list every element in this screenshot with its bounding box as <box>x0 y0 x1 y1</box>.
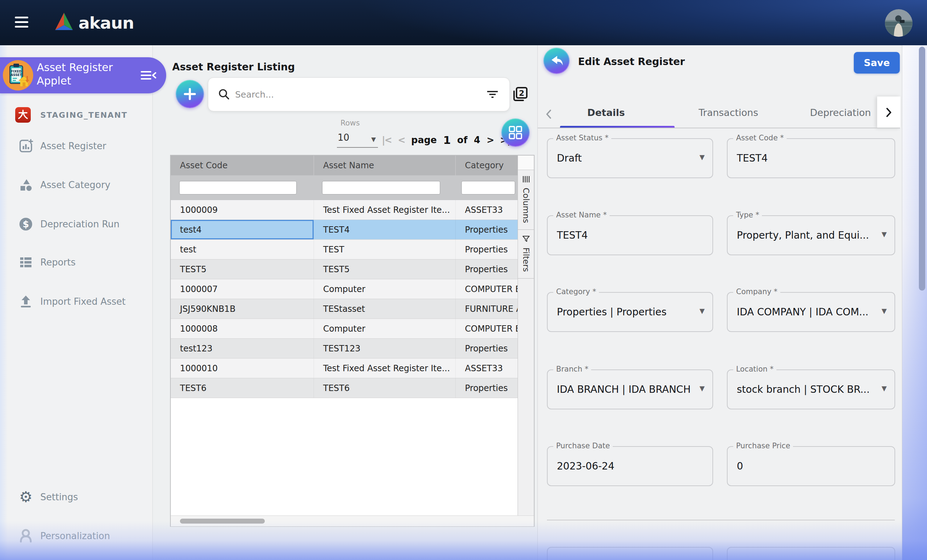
applet-header[interactable]: FIXED ASSET Asset Register Applet <box>0 57 166 93</box>
back-button[interactable] <box>543 48 570 74</box>
filters-tab-label: Filters <box>521 247 531 272</box>
chevron-down-icon: ▼ <box>371 136 376 143</box>
sidebar-item-asset-category[interactable]: Asset Category <box>0 174 152 196</box>
filter-input-category[interactable] <box>461 181 515 194</box>
table-row[interactable]: testTESTProperties <box>171 240 518 260</box>
sidebar-item-depreciation-run[interactable]: $ Depreciation Run <box>0 213 152 235</box>
search-input[interactable] <box>234 89 476 100</box>
tabbar-divider <box>538 127 900 128</box>
next-page-button[interactable]: > <box>486 135 494 145</box>
tab-depreciation[interactable]: Depreciation <box>810 107 879 118</box>
sidebar-item-personalization[interactable]: Personalization <box>0 525 152 547</box>
chevron-down-icon: ▼ <box>699 384 705 392</box>
sidebar-item-label: Asset Register <box>40 141 106 151</box>
sidebar-item-reports[interactable]: Reports <box>0 251 152 274</box>
brand-triangle-icon <box>53 12 75 33</box>
field-segment[interactable]: Segment ▼ <box>547 547 713 560</box>
column-header[interactable]: Asset Name <box>314 156 456 175</box>
tabs-scroll-left-icon[interactable] <box>546 109 552 121</box>
tabs-scroll-right-button[interactable] <box>877 97 901 128</box>
tab-transactions[interactable]: Transactions <box>699 107 758 118</box>
field-asset-status[interactable]: Asset Status * Draft ▼ <box>547 138 713 178</box>
current-page-number: 1 <box>443 134 451 146</box>
edit-asset-register-panel: Edit Asset Register Save Details Transac… <box>537 45 927 560</box>
table-row[interactable]: 1000010Test Fixed Asset Register Ite...A… <box>171 358 518 378</box>
horizontal-scrollbar-thumb[interactable] <box>180 519 265 524</box>
rows-per-page-select[interactable]: 10 ▼ <box>337 132 378 148</box>
field-type[interactable]: Type * Property, Plant, and Equi... ▼ <box>727 215 895 255</box>
table-row[interactable]: test123TEST123Properties <box>171 339 518 358</box>
table-row[interactable]: 1000009Test Fixed Asset Register Ite...A… <box>171 200 518 220</box>
grid-view-button[interactable] <box>501 118 530 147</box>
rows-per-page-label: Rows <box>340 119 360 127</box>
filters-tab[interactable]: Filters <box>518 230 534 279</box>
columns-tab[interactable]: Columns <box>518 170 534 230</box>
horizontal-scrollbar <box>171 516 534 527</box>
side-strip-spacer <box>518 156 534 170</box>
list-icon <box>18 254 34 270</box>
gear-icon: ⚙ <box>18 489 34 505</box>
filter-icon[interactable] <box>486 90 499 99</box>
field-company[interactable]: Company * IDA COMPANY | IDA COM... ▼ <box>727 292 895 332</box>
chevron-down-icon: ▼ <box>881 307 887 315</box>
tenant-logo-icon <box>15 107 31 123</box>
panel-title: Edit Asset Register <box>578 56 685 68</box>
hamburger-menu-icon[interactable] <box>15 17 28 29</box>
column-header[interactable]: Category <box>456 156 518 175</box>
field-dimension[interactable]: Dimension ▼ <box>727 547 895 560</box>
field-branch[interactable]: Branch * IDA BRANCH | IDA BRANCH ▼ <box>547 369 713 410</box>
person-icon <box>18 528 34 544</box>
field-purchase-price[interactable]: Purchase Price 0 <box>727 446 895 486</box>
sidebar-item-asset-register[interactable]: Asset Register <box>0 135 152 157</box>
svg-text:$: $ <box>23 219 29 229</box>
shapes-icon <box>18 177 34 193</box>
table-body: 1000009Test Fixed Asset Register Ite...A… <box>171 200 518 398</box>
tab-details[interactable]: Details <box>587 107 625 118</box>
listing-title: Asset Register Listing <box>172 61 295 73</box>
table-row[interactable]: TEST6TEST6Properties <box>171 378 518 398</box>
filter-input-asset-code[interactable] <box>179 181 296 194</box>
first-page-button[interactable]: |< <box>382 135 391 145</box>
table-row[interactable]: JSJ590KNB1BTEStassetFURNITURE A <box>171 299 518 319</box>
upload-icon <box>18 293 34 310</box>
sidebar-item-tenant[interactable]: STAGING_TENANT <box>0 103 152 126</box>
svg-text:2: 2 <box>519 89 524 97</box>
filter-input-asset-name[interactable] <box>322 181 440 194</box>
chevron-down-icon: ▼ <box>881 230 887 238</box>
save-button[interactable]: Save <box>854 52 900 74</box>
sidebar-item-import-fixed-asset[interactable]: Import Fixed Asset <box>0 290 152 313</box>
field-category[interactable]: Category * Properties | Properties ▼ <box>547 292 713 332</box>
svg-text:ASSET: ASSET <box>11 73 22 77</box>
sidebar-item-label: Personalization <box>40 531 110 541</box>
previous-page-button[interactable]: < <box>398 135 405 145</box>
table-header-row: Asset Code Asset Name Category <box>171 156 518 175</box>
column-header[interactable]: Asset Code <box>171 156 314 175</box>
field-asset-code[interactable]: Asset Code * TEST4 <box>727 138 895 178</box>
funnel-icon <box>522 235 530 243</box>
back-arrow-icon <box>549 54 564 68</box>
vertical-scrollbar <box>902 45 927 560</box>
table-row-selected[interactable]: test4TEST4Properties <box>171 220 518 240</box>
table-row[interactable]: TEST5TEST5Properties <box>171 260 518 279</box>
field-purchase-date[interactable]: Purchase Date 2023-06-24 <box>547 446 713 486</box>
duplicate-tab-icon[interactable]: 2 <box>511 85 529 105</box>
search-box <box>208 77 510 111</box>
brand-name: akaun <box>79 13 134 32</box>
svg-text:FIXED: FIXED <box>11 70 21 73</box>
tenant-label: STAGING_TENANT <box>40 111 128 120</box>
table-row[interactable]: 1000008ComputerCOMPUTER E <box>171 319 518 339</box>
collapse-sidebar-icon[interactable] <box>141 70 157 82</box>
chevron-down-icon: ▼ <box>699 307 705 315</box>
table-row[interactable]: 1000007ComputerCOMPUTER E <box>171 279 518 299</box>
page-label: page <box>411 135 437 145</box>
vertical-scrollbar-thumb[interactable] <box>919 47 925 291</box>
top-navbar: akaun <box>0 0 927 45</box>
user-avatar[interactable] <box>885 9 912 37</box>
columns-icon <box>522 175 530 184</box>
field-asset-name[interactable]: Asset Name * TEST4 <box>547 215 713 255</box>
chevron-down-icon: ▼ <box>699 153 705 161</box>
sidebar-item-settings[interactable]: ⚙ Settings <box>0 486 152 508</box>
table-side-tabs: Columns Filters <box>518 156 534 516</box>
add-record-button[interactable] <box>176 80 204 108</box>
field-location[interactable]: Location * stock branch | STOCK BR... ▼ <box>727 369 895 410</box>
